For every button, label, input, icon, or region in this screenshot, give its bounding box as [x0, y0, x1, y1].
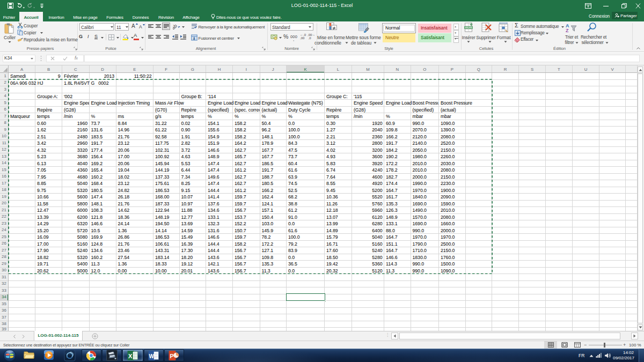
svg-text:ab: ab	[173, 23, 178, 30]
svg-text:X: X	[128, 352, 133, 359]
svg-text:P: P	[170, 352, 174, 359]
svg-text:W: W	[149, 353, 155, 359]
svg-text:A: A	[566, 23, 569, 28]
svg-text:a: a	[193, 36, 195, 40]
svg-text:Z: Z	[566, 28, 569, 33]
